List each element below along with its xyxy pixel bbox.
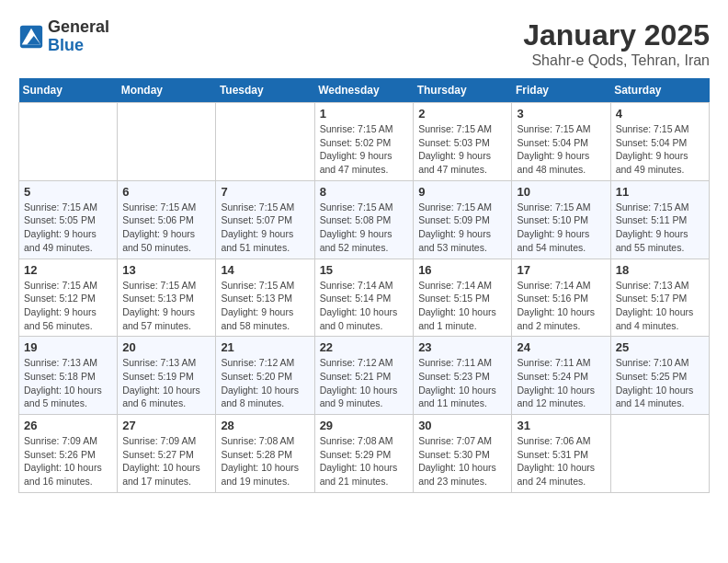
day-of-week-header: Saturday (610, 78, 709, 103)
calendar-cell: 27Sunrise: 7:09 AM Sunset: 5:27 PM Dayli… (118, 415, 216, 493)
day-info: Sunrise: 7:09 AM Sunset: 5:27 PM Dayligh… (122, 434, 210, 488)
calendar-cell: 24Sunrise: 7:11 AM Sunset: 5:24 PM Dayli… (512, 337, 610, 415)
calendar-cell: 17Sunrise: 7:14 AM Sunset: 5:16 PM Dayli… (512, 259, 610, 337)
calendar-week-row: 5Sunrise: 7:15 AM Sunset: 5:05 PM Daylig… (19, 180, 710, 259)
calendar-cell: 14Sunrise: 7:15 AM Sunset: 5:13 PM Dayli… (216, 259, 314, 337)
logo-blue-text: Blue (48, 36, 84, 54)
day-number: 2 (418, 107, 506, 121)
calendar-week-row: 1Sunrise: 7:15 AM Sunset: 5:02 PM Daylig… (19, 103, 710, 181)
day-number: 26 (24, 419, 112, 432)
day-of-week-header: Sunday (19, 78, 118, 103)
day-number: 31 (517, 419, 605, 432)
day-number: 27 (122, 419, 210, 432)
day-number: 9 (418, 185, 506, 199)
day-info: Sunrise: 7:15 AM Sunset: 5:13 PM Dayligh… (122, 279, 210, 333)
day-number: 20 (122, 340, 210, 354)
day-number: 12 (24, 263, 112, 277)
day-info: Sunrise: 7:12 AM Sunset: 5:21 PM Dayligh… (320, 356, 409, 410)
day-number: 21 (221, 340, 309, 354)
day-info: Sunrise: 7:14 AM Sunset: 5:14 PM Dayligh… (320, 279, 409, 333)
month-title: January 2025 (523, 18, 710, 52)
calendar-week-row: 12Sunrise: 7:15 AM Sunset: 5:12 PM Dayli… (19, 259, 710, 337)
day-number: 24 (517, 340, 605, 354)
day-info: Sunrise: 7:11 AM Sunset: 5:24 PM Dayligh… (517, 356, 605, 410)
calendar-cell: 4Sunrise: 7:15 AM Sunset: 5:04 PM Daylig… (610, 103, 709, 181)
day-info: Sunrise: 7:12 AM Sunset: 5:20 PM Dayligh… (221, 356, 309, 410)
calendar-cell: 5Sunrise: 7:15 AM Sunset: 5:05 PM Daylig… (19, 180, 118, 259)
calendar-cell: 12Sunrise: 7:15 AM Sunset: 5:12 PM Dayli… (19, 259, 118, 337)
logo-icon (18, 24, 44, 50)
calendar-cell (118, 103, 216, 181)
day-number: 5 (24, 185, 112, 199)
day-number: 11 (616, 185, 704, 199)
day-number: 8 (320, 185, 409, 199)
calendar-cell: 28Sunrise: 7:08 AM Sunset: 5:28 PM Dayli… (216, 415, 314, 493)
day-info: Sunrise: 7:14 AM Sunset: 5:15 PM Dayligh… (418, 279, 506, 333)
day-info: Sunrise: 7:11 AM Sunset: 5:23 PM Dayligh… (418, 356, 506, 410)
calendar-week-row: 26Sunrise: 7:09 AM Sunset: 5:26 PM Dayli… (19, 415, 710, 493)
day-info: Sunrise: 7:15 AM Sunset: 5:05 PM Dayligh… (24, 201, 112, 255)
day-info: Sunrise: 7:15 AM Sunset: 5:10 PM Dayligh… (517, 201, 605, 255)
calendar-cell: 30Sunrise: 7:07 AM Sunset: 5:30 PM Dayli… (414, 415, 512, 493)
day-number: 29 (320, 419, 409, 432)
calendar-cell: 10Sunrise: 7:15 AM Sunset: 5:10 PM Dayli… (512, 180, 610, 259)
title-block: January 2025 Shahr-e Qods, Tehran, Iran (523, 18, 710, 69)
day-info: Sunrise: 7:15 AM Sunset: 5:02 PM Dayligh… (320, 122, 409, 177)
day-number: 1 (320, 107, 409, 121)
calendar-cell: 15Sunrise: 7:14 AM Sunset: 5:14 PM Dayli… (314, 259, 414, 337)
calendar-cell: 2Sunrise: 7:15 AM Sunset: 5:03 PM Daylig… (414, 103, 512, 181)
day-number: 23 (418, 340, 506, 354)
day-of-week-header: Wednesday (314, 78, 414, 103)
location-subtitle: Shahr-e Qods, Tehran, Iran (523, 52, 710, 69)
day-number: 4 (616, 107, 704, 121)
day-info: Sunrise: 7:14 AM Sunset: 5:16 PM Dayligh… (517, 279, 605, 333)
calendar-cell: 13Sunrise: 7:15 AM Sunset: 5:13 PM Dayli… (118, 259, 216, 337)
day-number: 18 (616, 263, 704, 277)
day-number: 28 (221, 419, 309, 432)
day-number: 25 (616, 340, 704, 354)
day-info: Sunrise: 7:08 AM Sunset: 5:29 PM Dayligh… (320, 434, 409, 488)
calendar-cell: 20Sunrise: 7:13 AM Sunset: 5:19 PM Dayli… (118, 337, 216, 415)
logo-general-text: General (48, 17, 109, 36)
day-info: Sunrise: 7:10 AM Sunset: 5:25 PM Dayligh… (616, 356, 704, 410)
day-info: Sunrise: 7:15 AM Sunset: 5:09 PM Dayligh… (418, 201, 506, 255)
calendar-cell: 31Sunrise: 7:06 AM Sunset: 5:31 PM Dayli… (512, 415, 610, 493)
day-info: Sunrise: 7:08 AM Sunset: 5:28 PM Dayligh… (221, 434, 309, 488)
calendar-cell: 18Sunrise: 7:13 AM Sunset: 5:17 PM Dayli… (610, 259, 709, 337)
day-of-week-header: Thursday (414, 78, 512, 103)
calendar-cell: 25Sunrise: 7:10 AM Sunset: 5:25 PM Dayli… (610, 337, 709, 415)
day-info: Sunrise: 7:15 AM Sunset: 5:07 PM Dayligh… (221, 201, 309, 255)
day-info: Sunrise: 7:15 AM Sunset: 5:11 PM Dayligh… (616, 201, 704, 255)
day-of-week-header: Tuesday (216, 78, 314, 103)
day-info: Sunrise: 7:06 AM Sunset: 5:31 PM Dayligh… (517, 434, 605, 488)
calendar-cell: 22Sunrise: 7:12 AM Sunset: 5:21 PM Dayli… (314, 337, 414, 415)
day-info: Sunrise: 7:15 AM Sunset: 5:08 PM Dayligh… (320, 201, 409, 255)
day-info: Sunrise: 7:15 AM Sunset: 5:03 PM Dayligh… (418, 122, 506, 177)
day-info: Sunrise: 7:09 AM Sunset: 5:26 PM Dayligh… (24, 434, 112, 488)
calendar-cell: 6Sunrise: 7:15 AM Sunset: 5:06 PM Daylig… (118, 180, 216, 259)
day-number: 7 (221, 185, 309, 199)
day-number: 13 (122, 263, 210, 277)
calendar-cell: 11Sunrise: 7:15 AM Sunset: 5:11 PM Dayli… (610, 180, 709, 259)
calendar-cell: 26Sunrise: 7:09 AM Sunset: 5:26 PM Dayli… (19, 415, 118, 493)
day-info: Sunrise: 7:15 AM Sunset: 5:13 PM Dayligh… (221, 279, 309, 333)
day-info: Sunrise: 7:15 AM Sunset: 5:04 PM Dayligh… (616, 122, 704, 177)
day-info: Sunrise: 7:15 AM Sunset: 5:04 PM Dayligh… (517, 122, 605, 177)
day-number: 22 (320, 340, 409, 354)
day-info: Sunrise: 7:13 AM Sunset: 5:18 PM Dayligh… (24, 356, 112, 410)
calendar-cell: 29Sunrise: 7:08 AM Sunset: 5:29 PM Dayli… (314, 415, 414, 493)
calendar-cell: 1Sunrise: 7:15 AM Sunset: 5:02 PM Daylig… (314, 103, 414, 181)
logo: General Blue (18, 18, 109, 55)
calendar-cell: 3Sunrise: 7:15 AM Sunset: 5:04 PM Daylig… (512, 103, 610, 181)
day-number: 15 (320, 263, 409, 277)
day-of-week-header: Monday (118, 78, 216, 103)
calendar-cell (216, 103, 314, 181)
calendar-cell: 8Sunrise: 7:15 AM Sunset: 5:08 PM Daylig… (314, 180, 414, 259)
day-number: 30 (418, 419, 506, 432)
calendar-cell (19, 103, 118, 181)
day-info: Sunrise: 7:13 AM Sunset: 5:17 PM Dayligh… (616, 279, 704, 333)
calendar-table: SundayMondayTuesdayWednesdayThursdayFrid… (18, 78, 710, 493)
calendar-cell (610, 415, 709, 493)
day-of-week-header: Friday (512, 78, 610, 103)
day-number: 3 (517, 107, 605, 121)
